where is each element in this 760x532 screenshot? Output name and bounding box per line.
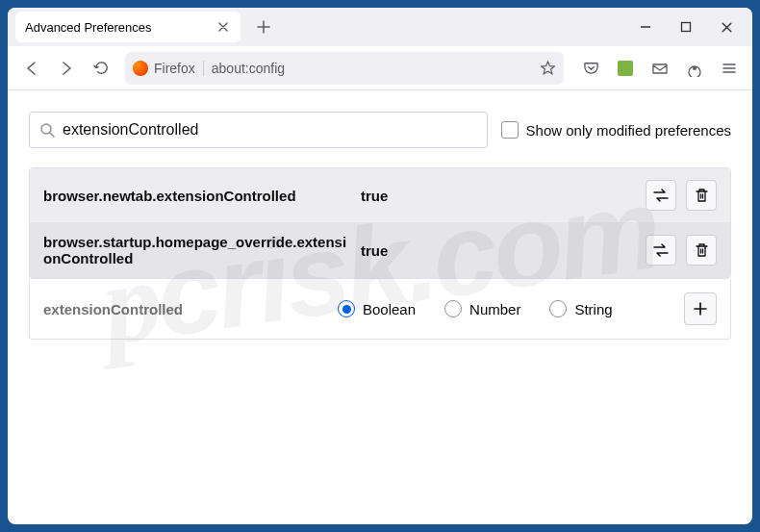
pref-row[interactable]: browser.startup.homepage_override.extens…: [30, 222, 730, 278]
search-icon: [39, 122, 55, 138]
reload-button[interactable]: [85, 52, 117, 85]
maximize-button[interactable]: [666, 12, 706, 42]
account-icon[interactable]: [679, 53, 710, 84]
search-input[interactable]: [63, 121, 477, 139]
bookmark-star-icon[interactable]: [540, 60, 556, 76]
navigation-toolbar: Firefox about:config: [8, 46, 752, 90]
radio-icon: [444, 300, 462, 317]
svg-rect-0: [682, 23, 691, 32]
extension-icon[interactable]: [610, 53, 641, 84]
window-controls: [625, 12, 752, 42]
identity-label: Firefox: [154, 61, 195, 76]
prefs-table: browser.newtab.extensionControlled true …: [29, 167, 731, 279]
browser-window: Advanced Preferences: [8, 8, 752, 524]
pref-row[interactable]: browser.newtab.extensionControlled true: [30, 168, 730, 222]
search-box[interactable]: [29, 112, 488, 148]
app-menu-button[interactable]: [714, 53, 745, 84]
new-tab-button[interactable]: [248, 12, 279, 42]
pocket-icon[interactable]: [575, 53, 606, 84]
forward-button[interactable]: [50, 52, 83, 85]
radio-boolean[interactable]: Boolean: [338, 300, 416, 317]
back-button[interactable]: [15, 52, 48, 85]
tab-title: Advanced Preferences: [25, 20, 215, 35]
radio-icon: [549, 300, 567, 317]
radio-label: Number: [469, 301, 520, 317]
delete-button[interactable]: [686, 180, 717, 211]
radio-label: Boolean: [363, 301, 416, 317]
pref-name: browser.startup.homepage_override.extens…: [43, 234, 351, 266]
radio-number[interactable]: Number: [444, 300, 520, 317]
pref-value: true: [351, 242, 646, 259]
type-radio-group: Boolean Number String: [338, 300, 684, 317]
close-window-button[interactable]: [706, 12, 747, 42]
about-config-content: Show only modified preferences browser.n…: [8, 90, 752, 524]
checkbox-icon: [501, 121, 519, 139]
firefox-logo-icon: [133, 61, 148, 76]
new-pref-name: extensionControlled: [43, 301, 338, 317]
show-modified-label: Show only modified preferences: [526, 122, 731, 139]
pref-value: true: [351, 188, 646, 204]
svg-point-1: [693, 66, 697, 70]
add-pref-section: extensionControlled Boolean Number Strin…: [29, 279, 731, 340]
show-modified-checkbox[interactable]: Show only modified preferences: [501, 121, 731, 139]
url-text: about:config: [212, 61, 540, 76]
identity-box[interactable]: Firefox: [133, 61, 204, 76]
toggle-button[interactable]: [646, 180, 676, 211]
tab-advanced-preferences[interactable]: Advanced Preferences: [15, 12, 241, 42]
inbox-icon[interactable]: [645, 53, 675, 84]
minimize-button[interactable]: [625, 12, 666, 42]
toggle-button[interactable]: [646, 235, 676, 266]
url-bar[interactable]: Firefox about:config: [125, 52, 564, 85]
radio-selected-icon: [338, 300, 355, 317]
titlebar: Advanced Preferences: [8, 8, 752, 46]
radio-label: String: [574, 301, 612, 317]
pref-name: browser.newtab.extensionControlled: [43, 188, 351, 204]
radio-string[interactable]: String: [549, 300, 612, 317]
delete-button[interactable]: [686, 235, 717, 266]
close-tab-icon[interactable]: [215, 19, 231, 35]
add-pref-button[interactable]: [684, 292, 717, 325]
